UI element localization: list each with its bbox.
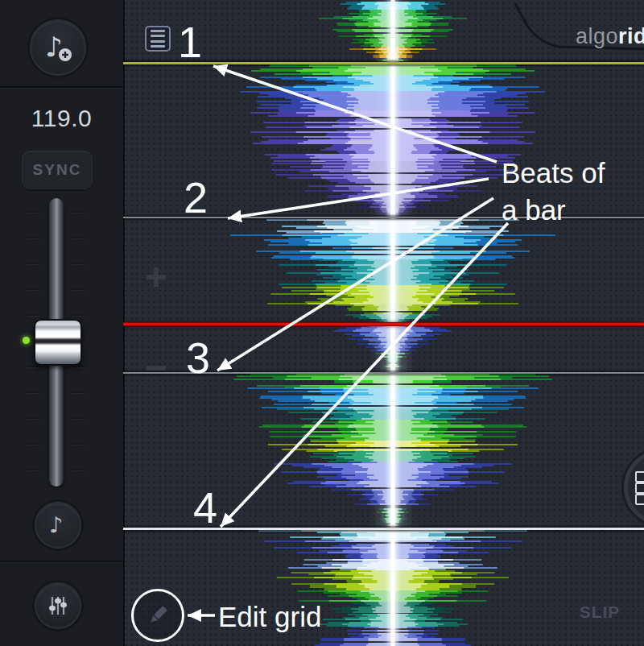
app-root: ♪ 119.0 SYNC ♪ bbox=[0, 0, 644, 646]
sidebar-divider bbox=[0, 86, 123, 88]
note-button[interactable]: ♪ bbox=[35, 502, 81, 549]
fader-tick bbox=[27, 366, 40, 367]
fader-tick bbox=[72, 237, 85, 238]
fader-tick bbox=[27, 288, 40, 290]
sidebar: ♪ 119.0 SYNC ♪ bbox=[0, 0, 123, 646]
fader-tick bbox=[27, 237, 40, 238]
svg-text:♪: ♪ bbox=[49, 512, 63, 537]
pencil-icon bbox=[144, 602, 171, 629]
fader-tick bbox=[72, 288, 85, 290]
fader-tick bbox=[27, 469, 40, 470]
music-note-plus-icon: ♪ bbox=[40, 30, 76, 65]
fader-tick bbox=[72, 417, 85, 419]
beats-of-a-bar-label: Beats of a bar bbox=[502, 155, 605, 229]
tempo-fader-handle[interactable] bbox=[34, 319, 82, 366]
fader-tick bbox=[27, 417, 40, 419]
sync-button[interactable]: SYNC bbox=[22, 151, 93, 189]
bpm-display: 119.0 bbox=[0, 105, 123, 132]
fader-tick bbox=[27, 314, 40, 316]
fader-tick bbox=[72, 211, 85, 213]
mixer-sliders-icon bbox=[43, 591, 72, 620]
beat-number-label: 1 bbox=[178, 17, 202, 67]
mixer-button[interactable] bbox=[35, 582, 81, 629]
beat-number-label: 2 bbox=[184, 172, 208, 222]
fader-tick bbox=[72, 469, 85, 470]
fader-tick bbox=[27, 263, 40, 264]
fader-tick bbox=[72, 443, 85, 445]
sidebar-divider bbox=[0, 561, 123, 562]
annotation-arrows bbox=[123, 0, 644, 646]
add-track-button[interactable]: ♪ bbox=[30, 19, 86, 76]
fader-tick bbox=[27, 211, 40, 213]
fader-tick bbox=[27, 443, 40, 445]
tempo-fader[interactable] bbox=[0, 193, 123, 491]
edit-grid-button[interactable] bbox=[131, 589, 184, 642]
fader-tick bbox=[72, 263, 85, 264]
fader-tick bbox=[72, 314, 85, 316]
tempo-zero-indicator bbox=[23, 337, 30, 344]
deck-waveform-panel: algorid SLIP 1 2 3 4 Beats bbox=[123, 0, 644, 646]
music-note-icon: ♪ bbox=[44, 511, 72, 539]
beat-number-label: 3 bbox=[186, 333, 210, 383]
beat-number-label: 4 bbox=[193, 482, 217, 532]
edit-grid-label: Edit grid bbox=[218, 601, 321, 633]
fader-tick bbox=[72, 391, 85, 393]
fader-tick bbox=[27, 391, 40, 393]
fader-tick bbox=[72, 366, 85, 367]
